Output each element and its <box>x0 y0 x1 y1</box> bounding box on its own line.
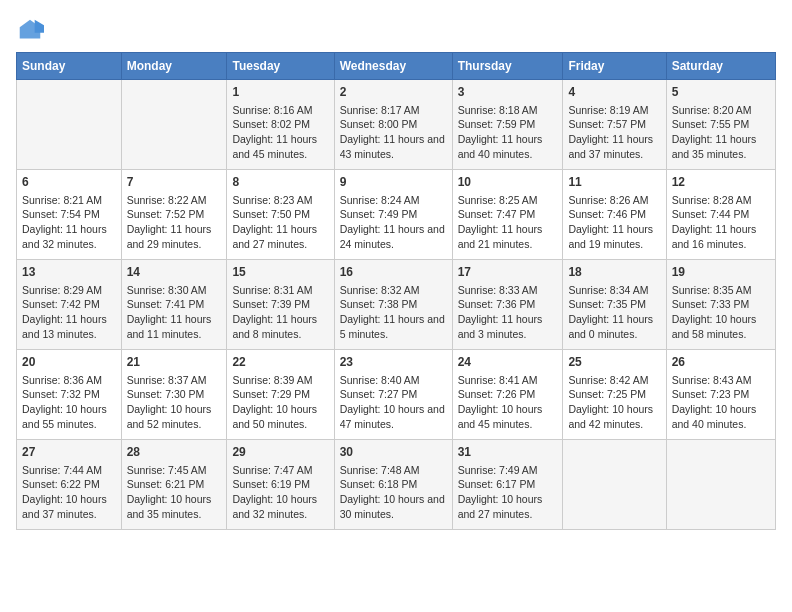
day-number: 28 <box>127 444 222 461</box>
day-number: 4 <box>568 84 660 101</box>
day-info: Sunrise: 8:16 AM Sunset: 8:02 PM Dayligh… <box>232 103 328 162</box>
day-number: 20 <box>22 354 116 371</box>
calendar-cell: 31Sunrise: 7:49 AM Sunset: 6:17 PM Dayli… <box>452 440 563 530</box>
calendar-cell: 20Sunrise: 8:36 AM Sunset: 7:32 PM Dayli… <box>17 350 122 440</box>
day-info: Sunrise: 8:33 AM Sunset: 7:36 PM Dayligh… <box>458 283 558 342</box>
calendar-cell: 23Sunrise: 8:40 AM Sunset: 7:27 PM Dayli… <box>334 350 452 440</box>
page-header <box>16 16 776 44</box>
calendar-cell: 15Sunrise: 8:31 AM Sunset: 7:39 PM Dayli… <box>227 260 334 350</box>
day-info: Sunrise: 8:32 AM Sunset: 7:38 PM Dayligh… <box>340 283 447 342</box>
calendar-cell: 26Sunrise: 8:43 AM Sunset: 7:23 PM Dayli… <box>666 350 775 440</box>
calendar-cell <box>17 80 122 170</box>
calendar-cell <box>666 440 775 530</box>
calendar-cell: 29Sunrise: 7:47 AM Sunset: 6:19 PM Dayli… <box>227 440 334 530</box>
calendar-cell <box>563 440 666 530</box>
day-info: Sunrise: 8:30 AM Sunset: 7:41 PM Dayligh… <box>127 283 222 342</box>
day-number: 5 <box>672 84 770 101</box>
day-number: 15 <box>232 264 328 281</box>
calendar-cell: 1Sunrise: 8:16 AM Sunset: 8:02 PM Daylig… <box>227 80 334 170</box>
day-number: 22 <box>232 354 328 371</box>
calendar-cell: 3Sunrise: 8:18 AM Sunset: 7:59 PM Daylig… <box>452 80 563 170</box>
calendar-cell: 16Sunrise: 8:32 AM Sunset: 7:38 PM Dayli… <box>334 260 452 350</box>
day-info: Sunrise: 8:39 AM Sunset: 7:29 PM Dayligh… <box>232 373 328 432</box>
day-info: Sunrise: 8:21 AM Sunset: 7:54 PM Dayligh… <box>22 193 116 252</box>
day-number: 21 <box>127 354 222 371</box>
day-info: Sunrise: 8:35 AM Sunset: 7:33 PM Dayligh… <box>672 283 770 342</box>
day-number: 2 <box>340 84 447 101</box>
day-number: 19 <box>672 264 770 281</box>
calendar-cell: 5Sunrise: 8:20 AM Sunset: 7:55 PM Daylig… <box>666 80 775 170</box>
calendar-cell: 18Sunrise: 8:34 AM Sunset: 7:35 PM Dayli… <box>563 260 666 350</box>
day-number: 30 <box>340 444 447 461</box>
header-row: SundayMondayTuesdayWednesdayThursdayFrid… <box>17 53 776 80</box>
calendar-cell: 28Sunrise: 7:45 AM Sunset: 6:21 PM Dayli… <box>121 440 227 530</box>
day-info: Sunrise: 8:42 AM Sunset: 7:25 PM Dayligh… <box>568 373 660 432</box>
calendar-cell: 22Sunrise: 8:39 AM Sunset: 7:29 PM Dayli… <box>227 350 334 440</box>
day-info: Sunrise: 7:49 AM Sunset: 6:17 PM Dayligh… <box>458 463 558 522</box>
day-number: 23 <box>340 354 447 371</box>
calendar-cell: 13Sunrise: 8:29 AM Sunset: 7:42 PM Dayli… <box>17 260 122 350</box>
calendar-cell: 19Sunrise: 8:35 AM Sunset: 7:33 PM Dayli… <box>666 260 775 350</box>
calendar-cell: 30Sunrise: 7:48 AM Sunset: 6:18 PM Dayli… <box>334 440 452 530</box>
calendar-row-3: 20Sunrise: 8:36 AM Sunset: 7:32 PM Dayli… <box>17 350 776 440</box>
day-number: 26 <box>672 354 770 371</box>
header-cell-sunday: Sunday <box>17 53 122 80</box>
day-info: Sunrise: 8:31 AM Sunset: 7:39 PM Dayligh… <box>232 283 328 342</box>
calendar-cell: 14Sunrise: 8:30 AM Sunset: 7:41 PM Dayli… <box>121 260 227 350</box>
day-info: Sunrise: 8:23 AM Sunset: 7:50 PM Dayligh… <box>232 193 328 252</box>
day-info: Sunrise: 8:20 AM Sunset: 7:55 PM Dayligh… <box>672 103 770 162</box>
day-info: Sunrise: 8:41 AM Sunset: 7:26 PM Dayligh… <box>458 373 558 432</box>
header-cell-tuesday: Tuesday <box>227 53 334 80</box>
day-number: 14 <box>127 264 222 281</box>
day-info: Sunrise: 8:43 AM Sunset: 7:23 PM Dayligh… <box>672 373 770 432</box>
day-info: Sunrise: 7:48 AM Sunset: 6:18 PM Dayligh… <box>340 463 447 522</box>
day-info: Sunrise: 8:29 AM Sunset: 7:42 PM Dayligh… <box>22 283 116 342</box>
logo-icon <box>16 16 44 44</box>
day-info: Sunrise: 8:22 AM Sunset: 7:52 PM Dayligh… <box>127 193 222 252</box>
day-info: Sunrise: 7:45 AM Sunset: 6:21 PM Dayligh… <box>127 463 222 522</box>
calendar-row-0: 1Sunrise: 8:16 AM Sunset: 8:02 PM Daylig… <box>17 80 776 170</box>
day-info: Sunrise: 8:37 AM Sunset: 7:30 PM Dayligh… <box>127 373 222 432</box>
day-number: 24 <box>458 354 558 371</box>
day-number: 12 <box>672 174 770 191</box>
day-number: 16 <box>340 264 447 281</box>
header-cell-saturday: Saturday <box>666 53 775 80</box>
calendar-cell: 7Sunrise: 8:22 AM Sunset: 7:52 PM Daylig… <box>121 170 227 260</box>
day-number: 1 <box>232 84 328 101</box>
day-number: 3 <box>458 84 558 101</box>
calendar-row-1: 6Sunrise: 8:21 AM Sunset: 7:54 PM Daylig… <box>17 170 776 260</box>
day-number: 11 <box>568 174 660 191</box>
calendar-cell <box>121 80 227 170</box>
calendar-cell: 11Sunrise: 8:26 AM Sunset: 7:46 PM Dayli… <box>563 170 666 260</box>
day-number: 13 <box>22 264 116 281</box>
calendar-body: 1Sunrise: 8:16 AM Sunset: 8:02 PM Daylig… <box>17 80 776 530</box>
day-number: 18 <box>568 264 660 281</box>
day-info: Sunrise: 7:47 AM Sunset: 6:19 PM Dayligh… <box>232 463 328 522</box>
day-info: Sunrise: 8:40 AM Sunset: 7:27 PM Dayligh… <box>340 373 447 432</box>
calendar-cell: 2Sunrise: 8:17 AM Sunset: 8:00 PM Daylig… <box>334 80 452 170</box>
header-cell-wednesday: Wednesday <box>334 53 452 80</box>
day-info: Sunrise: 8:36 AM Sunset: 7:32 PM Dayligh… <box>22 373 116 432</box>
day-info: Sunrise: 8:18 AM Sunset: 7:59 PM Dayligh… <box>458 103 558 162</box>
day-number: 31 <box>458 444 558 461</box>
day-info: Sunrise: 8:26 AM Sunset: 7:46 PM Dayligh… <box>568 193 660 252</box>
day-info: Sunrise: 7:44 AM Sunset: 6:22 PM Dayligh… <box>22 463 116 522</box>
calendar-cell: 24Sunrise: 8:41 AM Sunset: 7:26 PM Dayli… <box>452 350 563 440</box>
calendar-cell: 17Sunrise: 8:33 AM Sunset: 7:36 PM Dayli… <box>452 260 563 350</box>
calendar-cell: 25Sunrise: 8:42 AM Sunset: 7:25 PM Dayli… <box>563 350 666 440</box>
day-number: 27 <box>22 444 116 461</box>
day-number: 25 <box>568 354 660 371</box>
calendar-cell: 27Sunrise: 7:44 AM Sunset: 6:22 PM Dayli… <box>17 440 122 530</box>
calendar-cell: 8Sunrise: 8:23 AM Sunset: 7:50 PM Daylig… <box>227 170 334 260</box>
calendar-cell: 10Sunrise: 8:25 AM Sunset: 7:47 PM Dayli… <box>452 170 563 260</box>
calendar-header: SundayMondayTuesdayWednesdayThursdayFrid… <box>17 53 776 80</box>
calendar-cell: 21Sunrise: 8:37 AM Sunset: 7:30 PM Dayli… <box>121 350 227 440</box>
day-number: 8 <box>232 174 328 191</box>
day-number: 7 <box>127 174 222 191</box>
header-cell-monday: Monday <box>121 53 227 80</box>
calendar-cell: 4Sunrise: 8:19 AM Sunset: 7:57 PM Daylig… <box>563 80 666 170</box>
header-cell-friday: Friday <box>563 53 666 80</box>
svg-marker-1 <box>35 20 44 33</box>
day-info: Sunrise: 8:24 AM Sunset: 7:49 PM Dayligh… <box>340 193 447 252</box>
day-info: Sunrise: 8:17 AM Sunset: 8:00 PM Dayligh… <box>340 103 447 162</box>
